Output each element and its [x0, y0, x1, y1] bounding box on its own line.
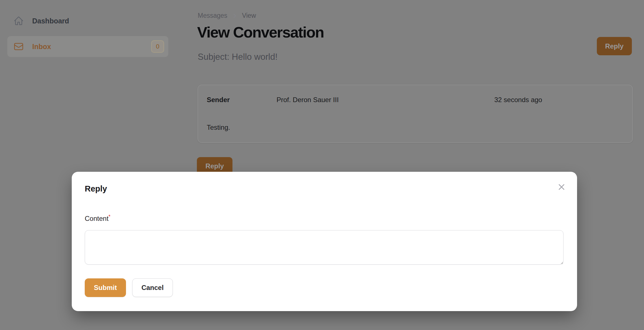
x-mark-icon: [557, 182, 566, 192]
content-label-text: Content: [85, 215, 108, 222]
modal-actions: Submit Cancel: [85, 278, 173, 297]
cancel-button[interactable]: Cancel: [132, 278, 173, 297]
modal-close-button[interactable]: [555, 181, 568, 193]
content-field-label: Content*: [85, 214, 110, 223]
reply-content-textarea[interactable]: [85, 230, 564, 265]
required-asterisk: *: [108, 214, 110, 219]
reply-modal: Reply Content* Submit Cancel: [72, 172, 577, 311]
submit-button[interactable]: Submit: [85, 278, 126, 297]
modal-title: Reply: [85, 184, 107, 193]
